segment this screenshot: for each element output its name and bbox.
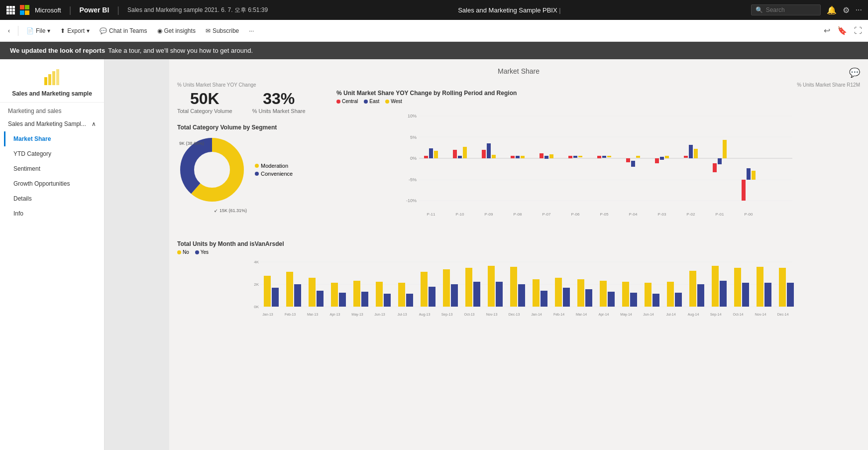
svg-rect-118 — [697, 284, 704, 307]
svg-text:P-01: P-01 — [716, 212, 724, 217]
export-chevron: ▾ — [87, 27, 90, 34]
file-button[interactable]: 📄 File ▾ — [22, 25, 54, 36]
sidebar-item-ytd-category[interactable]: YTD Category — [4, 146, 104, 161]
svg-text:5%: 5% — [410, 135, 417, 140]
sidebar-item-info[interactable]: Info — [4, 206, 104, 221]
svg-text:P-10: P-10 — [456, 212, 464, 217]
svg-text:Aug-14: Aug-14 — [688, 313, 699, 317]
svg-text:Jan-14: Jan-14 — [531, 313, 542, 316]
chat-in-teams-button[interactable]: 💬 Chat in Teams — [96, 25, 151, 36]
svg-text:-5%: -5% — [409, 177, 417, 182]
svg-rect-125 — [779, 268, 786, 307]
svg-text:Aug-13: Aug-13 — [419, 313, 431, 317]
donut-chart: ↙ 15K (61.31%) 9K (38.69%) — [177, 135, 247, 206]
yoy-chart-title: % Unit Market Share YOY Change by Rollin… — [336, 90, 860, 97]
svg-text:Jan-13: Jan-13 — [262, 313, 273, 316]
svg-text:Nov-14: Nov-14 — [755, 313, 766, 316]
svg-rect-45 — [607, 156, 611, 157]
powerbi-label: Power BI — [79, 6, 109, 14]
left-column: 50K Total Category Volume 33% % Units Ma… — [177, 90, 326, 230]
main-charts-row: 50K Total Category Volume 33% % Units Ma… — [177, 90, 860, 230]
sidebar-item-sentiment[interactable]: Sentiment — [4, 161, 104, 176]
subscribe-button[interactable]: ✉ Subscribe — [202, 25, 243, 36]
yes-dot — [195, 250, 199, 254]
svg-rect-108 — [585, 289, 592, 307]
chart-header-row: % Units Market Share YOY Change % Units … — [177, 81, 860, 88]
svg-rect-123 — [757, 267, 763, 307]
svg-rect-49 — [655, 158, 659, 163]
svg-rect-102 — [518, 284, 525, 307]
sidebar-item-market-share[interactable]: Market Share — [4, 131, 104, 146]
right-content: 💬 Market Share % Units Market Share YOY … — [169, 59, 868, 450]
banner-bold: We updated the look of reports — [10, 47, 105, 54]
svg-rect-8 — [12, 12, 15, 14]
svg-rect-25 — [424, 156, 428, 158]
svg-rect-119 — [712, 266, 719, 307]
comment-icon[interactable]: 💬 — [849, 67, 860, 78]
monthly-bar-chart: 4K 2K 0K — [177, 257, 860, 337]
kpi-label-1: Total Category Volume — [177, 108, 232, 114]
subscribe-icon: ✉ — [206, 27, 211, 34]
more-icon[interactable]: ··· — [856, 5, 862, 14]
market-share-title: Market Share — [177, 67, 860, 75]
svg-rect-126 — [787, 283, 794, 307]
svg-rect-113 — [645, 283, 651, 307]
svg-rect-98 — [473, 282, 480, 307]
collapse-button[interactable]: ‹ — [4, 25, 14, 36]
svg-rect-79 — [264, 276, 271, 307]
svg-text:Nov-13: Nov-13 — [486, 313, 498, 316]
legend-west: West — [385, 99, 402, 104]
file-icon: 📄 — [26, 27, 34, 34]
donut-container: ↙ 15K (61.31%) 9K (38.69%) Moderation — [177, 135, 326, 206]
svg-rect-82 — [294, 284, 301, 307]
svg-rect-38 — [544, 156, 548, 159]
donut-legend: Moderation Convenience — [255, 163, 293, 179]
svg-rect-112 — [630, 293, 637, 307]
grid-menu-button[interactable] — [6, 5, 15, 14]
svg-rect-97 — [465, 268, 472, 307]
get-insights-button[interactable]: ◉ Get insights — [153, 25, 200, 36]
svg-rect-124 — [764, 283, 771, 307]
fullscreen-icon[interactable]: ⛶ — [852, 24, 864, 37]
svg-text:P-04: P-04 — [629, 212, 638, 217]
export-button[interactable]: ⬆ Export ▾ — [56, 25, 94, 36]
east-dot — [364, 100, 368, 104]
svg-rect-52 — [684, 156, 688, 158]
donut-section: Total Category Volume by Segment — [177, 124, 326, 206]
svg-rect-34 — [511, 156, 515, 158]
center-title: Sales and Marketing Sample PBIX | — [273, 6, 746, 14]
undo-icon[interactable]: ↩ — [822, 24, 832, 37]
svg-rect-33 — [492, 155, 496, 158]
sidebar-item-details[interactable]: Details — [4, 191, 104, 206]
search-box[interactable]: 🔍 — [751, 4, 821, 15]
svg-rect-121 — [734, 268, 741, 307]
gear-icon[interactable]: ⚙ — [843, 5, 850, 15]
bell-icon[interactable]: 🔔 — [827, 5, 837, 15]
teams-icon: 💬 — [100, 27, 107, 34]
svg-text:P-03: P-03 — [658, 212, 666, 217]
svg-rect-103 — [533, 279, 540, 307]
powerbi-logo-icon — [42, 67, 62, 87]
sidebar-group[interactable]: Sales and Marketing Sampl... ∧ — [0, 116, 104, 131]
monthly-section: Total Units by Month and isVanArsdel No … — [177, 240, 860, 337]
svg-rect-111 — [622, 282, 629, 307]
sidebar-item-growth-opportunities[interactable]: Growth Opportunities — [4, 176, 104, 191]
gray-panel — [105, 59, 169, 450]
search-input[interactable] — [766, 6, 816, 13]
svg-text:-10%: -10% — [406, 198, 417, 203]
banner-text: Take a tour, and we'll show you how to g… — [108, 47, 253, 54]
svg-text:May-13: May-13 — [351, 313, 363, 317]
search-icon: 🔍 — [756, 6, 763, 13]
svg-rect-57 — [723, 140, 727, 158]
topbar-right: 🔍 🔔 ⚙ ··· — [751, 4, 862, 15]
svg-rect-58 — [742, 180, 746, 201]
svg-rect-36 — [521, 156, 525, 158]
more-options-button[interactable]: ··· — [245, 25, 258, 36]
kpi-row: 50K Total Category Volume 33% % Units Ma… — [177, 90, 326, 114]
svg-rect-35 — [516, 156, 520, 158]
svg-rect-32 — [487, 143, 491, 158]
svg-text:Oct-14: Oct-14 — [733, 313, 743, 316]
svg-rect-47 — [631, 161, 635, 167]
bookmark-icon[interactable]: 🔖 — [835, 24, 849, 37]
yoy-bar-chart: 10% 5% 0% -5% -10% — [336, 106, 860, 230]
